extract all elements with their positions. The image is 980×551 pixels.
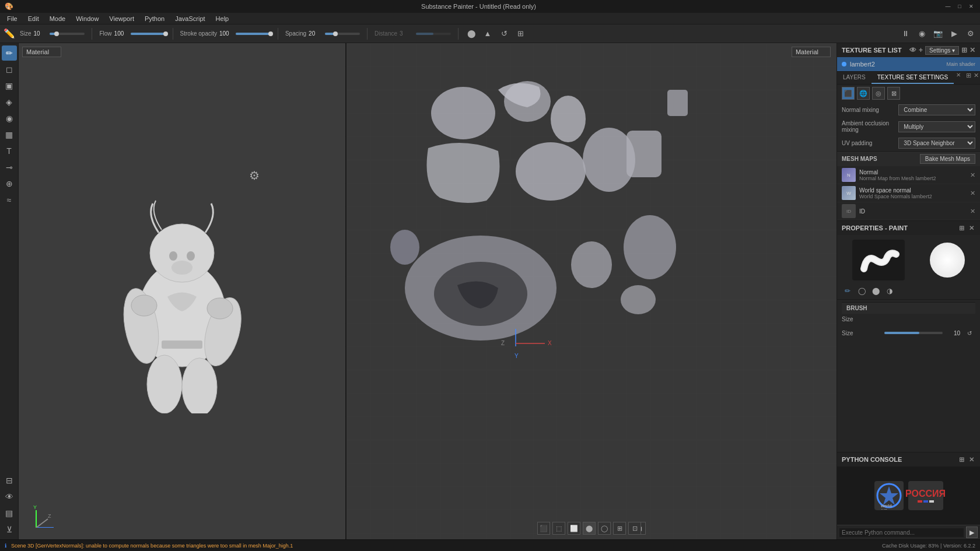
metal-mode-btn[interactable]: ◑ bbox=[884, 285, 895, 297]
color-picker-tool[interactable]: ⊸ bbox=[2, 160, 17, 175]
python-run-btn[interactable]: ▶ bbox=[966, 527, 978, 538]
pause-icon[interactable]: ⏸ bbox=[900, 28, 911, 40]
menu-viewport[interactable]: Viewport bbox=[104, 14, 139, 23]
brush-size-slider[interactable] bbox=[884, 332, 943, 334]
distance-value: 3 bbox=[400, 30, 414, 37]
layer-tool[interactable]: ▤ bbox=[2, 506, 17, 521]
texture-set-list-add-icon[interactable]: + bbox=[919, 46, 923, 55]
world-space-normal-info: World space normal World Space Normals l… bbox=[859, 187, 967, 199]
vp-ctrl-2[interactable]: ⬚ bbox=[552, 522, 565, 535]
vp-ctrl-3[interactable]: ⬜ bbox=[568, 522, 580, 535]
texture-set-list-maximize-icon[interactable]: ⊞ bbox=[961, 46, 967, 55]
tab-texture-set-settings[interactable]: TEXTURE SET SETTINGS bbox=[872, 72, 954, 84]
smart-material-tool[interactable]: ▦ bbox=[2, 127, 17, 142]
python-input[interactable] bbox=[839, 528, 964, 537]
brush-alpha-icon[interactable]: ▲ bbox=[482, 28, 494, 40]
python-console-panel: PYTHON CONSOLE ⊞ ✕ world skills bbox=[837, 452, 980, 539]
spacing-slider[interactable] bbox=[325, 33, 360, 35]
view-tool[interactable]: 👁 bbox=[2, 489, 17, 504]
menu-edit[interactable]: Edit bbox=[23, 14, 44, 23]
smudge-tool[interactable]: ≈ bbox=[2, 192, 17, 208]
text-tool[interactable]: T bbox=[2, 143, 17, 159]
id-map-remove-btn[interactable]: ✕ bbox=[970, 208, 975, 215]
3d-viewport[interactable]: Material bbox=[19, 43, 346, 539]
color-channel-btn[interactable]: ⬛ bbox=[842, 87, 855, 100]
bake-mesh-maps-btn[interactable]: Bake Mesh Maps bbox=[920, 154, 975, 164]
menu-file[interactable]: File bbox=[2, 14, 22, 23]
record-icon[interactable]: ▶ bbox=[949, 28, 960, 40]
ao-mixing-select[interactable]: MultiplyAdd bbox=[898, 121, 975, 132]
menu-help[interactable]: Help bbox=[211, 14, 234, 23]
brush-size-reset-icon[interactable]: ↺ bbox=[964, 327, 975, 339]
fill-tool[interactable]: ▣ bbox=[2, 78, 17, 93]
texture-set-item-lambert2[interactable]: lambert2 Main shader bbox=[837, 57, 980, 71]
render-icon[interactable]: ◉ bbox=[916, 28, 928, 40]
minimize-button[interactable]: — bbox=[944, 2, 952, 10]
layers-texture-panel: LAYERS TEXTURE SET SETTINGS ✕ ⊞ ✕ ⬛ 🌐 ◎ … bbox=[837, 72, 980, 452]
properties-paint-panel: PROPERTIES - PAINT ⊞ ✕ bbox=[837, 220, 980, 299]
vp-ctrl-1[interactable]: ⬛ bbox=[537, 522, 550, 535]
world-space-normal-remove-btn[interactable]: ✕ bbox=[970, 189, 975, 197]
roughness-mode-btn[interactable]: ⬤ bbox=[870, 285, 881, 297]
texture-set-list-eye-icon[interactable]: 👁 bbox=[909, 46, 916, 55]
normal-channel-btn[interactable]: 🌐 bbox=[857, 87, 870, 100]
menu-mode[interactable]: Mode bbox=[45, 14, 71, 23]
size-slider[interactable] bbox=[50, 33, 85, 35]
texture-set-list-settings-btn[interactable]: Settings ▾ bbox=[925, 46, 959, 55]
camera-icon[interactable]: 📷 bbox=[932, 28, 944, 40]
stroke-opacity-value: 100 bbox=[219, 30, 233, 37]
eraser-tool[interactable]: ◻ bbox=[2, 62, 17, 77]
roughness-channel-btn[interactable]: ◎ bbox=[872, 87, 885, 100]
close-button[interactable]: ✕ bbox=[967, 2, 975, 10]
paint-brush-tool[interactable]: ✏ bbox=[2, 45, 17, 61]
anchor-tool[interactable]: ⊻ bbox=[2, 522, 17, 537]
python-close-btn[interactable]: ✕ bbox=[968, 456, 975, 464]
properties-close-btn[interactable]: ✕ bbox=[968, 224, 975, 232]
left-viewport-display-dropdown[interactable]: Material bbox=[22, 47, 61, 57]
menu-javascript[interactable]: JavaScript bbox=[170, 14, 209, 23]
tab-layers[interactable]: LAYERS bbox=[837, 72, 872, 84]
texture-set-list-header-icons: 👁 + Settings ▾ ⊞ ✕ bbox=[909, 46, 975, 55]
python-maximize-btn[interactable]: ⊞ bbox=[958, 456, 965, 464]
stroke-opacity-slider[interactable] bbox=[236, 33, 271, 35]
menu-python[interactable]: Python bbox=[140, 14, 169, 23]
brush-stroke-preview bbox=[852, 240, 905, 280]
menu-window[interactable]: Window bbox=[71, 14, 103, 23]
vp-ctrl-5[interactable]: ◯ bbox=[598, 522, 611, 535]
rotation-handle[interactable]: ⚙ bbox=[249, 169, 260, 183]
right-viewport-display-dropdown[interactable]: Material bbox=[792, 47, 831, 57]
geometry-decal-tool[interactable]: ◉ bbox=[2, 111, 17, 126]
reset-icon[interactable]: ↺ bbox=[498, 28, 510, 40]
geometry-fill-tool[interactable]: ◈ bbox=[2, 94, 17, 110]
texture-set-list-close-icon[interactable]: ✕ bbox=[970, 46, 975, 55]
uv-map-display: X Y Z bbox=[346, 43, 836, 539]
panel-close-btn[interactable]: ✕ bbox=[972, 72, 980, 84]
panel-maximize-btn[interactable]: ⊞ bbox=[965, 72, 972, 84]
clone-tool[interactable]: ⊕ bbox=[2, 176, 17, 191]
uv-viewport[interactable]: X Y Z Material ⬛ ⬚ ⬜ ⬤ ◯ ⊞ bbox=[346, 43, 836, 539]
paint-mode-btn[interactable]: ✏ bbox=[842, 285, 853, 297]
uv-padding-select[interactable]: 3D Space Neighbor Color Dilation bbox=[898, 138, 975, 149]
normal-mixing-select[interactable]: Combine Replace bbox=[898, 104, 975, 115]
svg-point-21 bbox=[551, 96, 586, 142]
settings-icon[interactable]: ⚙ bbox=[965, 28, 977, 40]
vp-ctrl-fullscreen[interactable]: ⊡ bbox=[628, 522, 641, 535]
normal-map-remove-btn[interactable]: ✕ bbox=[970, 171, 975, 179]
properties-paint-header-icons: ⊞ ✕ bbox=[958, 224, 975, 232]
flow-group: Flow 100 bbox=[99, 30, 165, 37]
mask-tool[interactable]: ⊟ bbox=[2, 473, 17, 488]
flow-slider[interactable] bbox=[131, 33, 166, 35]
texture-set-settings-tab-close[interactable]: ✕ bbox=[956, 72, 961, 84]
lock-icon[interactable]: ⊞ bbox=[514, 28, 526, 40]
maximize-button[interactable]: □ bbox=[956, 2, 964, 10]
right-viewport-header: Material bbox=[792, 47, 831, 57]
vp-ctrl-4[interactable]: ⬤ bbox=[583, 522, 596, 535]
vp-ctrl-6[interactable]: ⊞ bbox=[613, 522, 626, 535]
brush-shape-icon[interactable]: ⬤ bbox=[466, 28, 477, 40]
mesh-maps-header: MESH MAPS Bake Mesh Maps bbox=[837, 151, 980, 166]
toolbar-sep-5 bbox=[458, 28, 459, 40]
distance-slider[interactable] bbox=[416, 33, 451, 35]
eraser-mode-btn[interactable]: ◯ bbox=[856, 285, 867, 297]
properties-maximize-btn[interactable]: ⊞ bbox=[958, 224, 965, 232]
metalness-channel-btn[interactable]: ⊠ bbox=[887, 87, 900, 100]
